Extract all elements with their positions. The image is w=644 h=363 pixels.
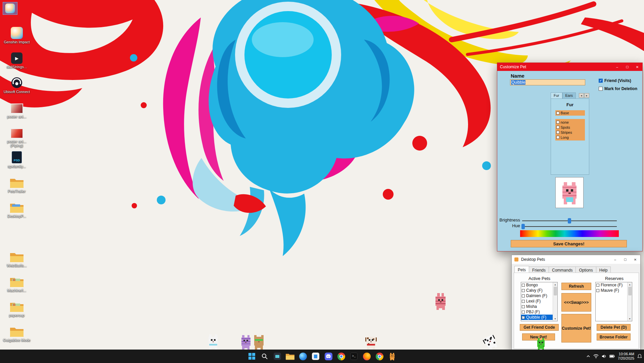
close-button[interactable] — [630, 255, 640, 264]
desktop-pet-spotted-dog[interactable] — [365, 333, 377, 351]
scroll-thumb[interactable] — [554, 287, 557, 295]
reserves-list[interactable]: Florence (F)Mauve (F) — [595, 282, 632, 321]
checkbox-box[interactable] — [599, 87, 603, 91]
desktop-icon-petstrailer[interactable]: PetsTrailer — [1, 175, 32, 200]
fur-option-spots[interactable]: Spots — [556, 125, 584, 130]
desktop-icon-ubisoft-connect[interactable]: Ubisoft Connect — [1, 76, 32, 100]
store-icon[interactable] — [310, 351, 321, 362]
checkbox-box[interactable] — [522, 294, 525, 297]
desktop-icon-desktopp[interactable]: DesktopP... — [1, 200, 32, 225]
scroll-thumb[interactable] — [628, 287, 632, 295]
desktop-pet-white-cat[interactable] — [207, 333, 220, 351]
customize-pet-titlebar[interactable]: Customize Pet — [497, 63, 642, 71]
save-changes-button[interactable]: Save Changes! — [511, 240, 627, 247]
desktop-pet-pink-bunny[interactable] — [434, 293, 447, 311]
desktop-icon-poster-ani-piping[interactable]: poster ani... (Piping) — [1, 126, 32, 150]
task-view-icon[interactable] — [272, 351, 283, 362]
checkbox-box[interactable] — [556, 131, 559, 134]
tab-scroll-right-icon[interactable] — [584, 93, 589, 98]
tab-scroll-left-icon[interactable] — [579, 93, 584, 98]
active-pet-lexii-f[interactable]: Lexii (F) — [521, 298, 553, 304]
start-icon[interactable] — [246, 351, 258, 362]
reserve-pet-mauve-f[interactable]: Mauve (F) — [596, 288, 627, 293]
tab-fur[interactable]: Fur — [551, 92, 562, 98]
scroll-down-icon[interactable] — [628, 317, 632, 321]
taskbar-clock[interactable]: 10:06 AM 7/20/2025 — [618, 352, 634, 361]
desktop-icon-papercup[interactable]: papercup — [1, 299, 32, 324]
maximize-button[interactable] — [622, 63, 632, 71]
checkbox-box[interactable] — [522, 316, 525, 319]
tab-ears[interactable]: Ears — [562, 92, 576, 98]
discord-icon[interactable] — [323, 351, 334, 362]
mark-for-deletion-checkbox[interactable]: Mark for Deletion — [599, 86, 637, 91]
checkbox-box[interactable] — [556, 121, 559, 124]
desktop-icon-machine-i[interactable]: Machine/I... — [1, 275, 32, 299]
battery-icon[interactable] — [609, 355, 615, 358]
desktop-icon-dalistrings[interactable]: ▶daliStrings... — [1, 51, 32, 75]
reserve-pet-florence-f[interactable]: Florence (F) — [596, 282, 627, 288]
hue-slider[interactable] — [522, 224, 617, 229]
desktop-pet-brown-bear[interactable] — [252, 333, 265, 351]
checkbox-box[interactable] — [556, 126, 559, 129]
desktop-icon-genshin-impact[interactable]: Genshin Impact — [1, 26, 32, 50]
active-pets-list[interactable]: BongoCalvy (F)Dalmien (F)Lexii (F)MishaP… — [521, 282, 558, 321]
checkbox-box[interactable] — [522, 300, 525, 303]
fur-option-long[interactable]: Long — [556, 135, 584, 140]
firefox-icon[interactable] — [361, 351, 372, 362]
delete-pet-button[interactable]: Delete Pet (D) — [597, 324, 631, 331]
edge-icon[interactable] — [297, 351, 309, 362]
desktop-icon-webstuffs[interactable]: WebStuffs... — [1, 250, 32, 274]
customize-pet-button[interactable]: Customize Pet! — [561, 314, 591, 342]
refresh-button[interactable]: Refresh — [561, 283, 591, 290]
checkbox-box[interactable] — [522, 284, 525, 287]
scrollbar[interactable] — [627, 282, 632, 321]
brightness-slider[interactable] — [522, 218, 617, 224]
fur-option-base[interactable]: Base — [555, 110, 585, 116]
desktop-icon-spxfamily[interactable]: PSDspxfamily... — [1, 151, 32, 175]
active-pet-pbj-f[interactable]: PBJ (F) — [521, 309, 553, 315]
browse-folder-button[interactable]: Browse Folder — [597, 333, 631, 340]
notification-bell-icon[interactable] — [637, 354, 642, 359]
desktop-icon-poster-ani[interactable]: poster ani... — [1, 101, 32, 125]
slider-thumb[interactable] — [521, 224, 525, 229]
selected-desktop-icon[interactable] — [3, 2, 17, 15]
close-button[interactable] — [632, 63, 642, 71]
scrollbar[interactable] — [553, 282, 557, 321]
volume-icon[interactable] — [602, 354, 606, 358]
checkbox-box[interactable] — [596, 289, 599, 292]
active-pet-quibble-f[interactable]: Quibble (F) — [521, 315, 553, 320]
friend-visits-checkbox[interactable]: Friend (Visits) — [599, 78, 631, 83]
minimize-button[interactable] — [610, 255, 620, 264]
chevron-up-icon[interactable] — [586, 354, 590, 358]
active-pet-calvy-f[interactable]: Calvy (F) — [521, 288, 553, 293]
checkbox-box[interactable] — [556, 112, 559, 115]
fur-option-stripes[interactable]: Stripes — [556, 130, 584, 135]
desktop-pet-purple-cat[interactable] — [240, 334, 252, 351]
checkbox-box[interactable] — [522, 311, 525, 314]
terminal-icon[interactable]: >_ — [348, 351, 360, 362]
get-friend-code-button[interactable]: Get Friend Code — [520, 324, 559, 331]
active-pet-dalmien-f[interactable]: Dalmien (F) — [521, 293, 553, 298]
slider-thumb[interactable] — [568, 218, 571, 224]
pets-app-icon[interactable] — [386, 351, 398, 362]
scroll-up-icon[interactable] — [628, 282, 632, 287]
swap-button[interactable]: <<<Swap>>> — [561, 293, 591, 312]
checkbox-box[interactable] — [596, 284, 599, 287]
search-icon[interactable] — [259, 351, 270, 362]
checkbox-box[interactable] — [556, 136, 559, 139]
scroll-down-icon[interactable] — [553, 317, 558, 321]
file-explorer-icon[interactable] — [284, 351, 296, 362]
chrome-2-icon[interactable] — [374, 351, 385, 362]
scroll-up-icon[interactable] — [553, 282, 558, 287]
desktop-pets-titlebar[interactable]: Desktop Pets — [512, 255, 640, 264]
active-pet-misha[interactable]: Misha — [521, 304, 553, 309]
minimize-button[interactable] — [612, 63, 622, 71]
maximize-button[interactable] — [620, 255, 630, 264]
chrome-icon[interactable] — [335, 351, 347, 362]
checkbox-box[interactable] — [522, 289, 525, 292]
wifi-icon[interactable] — [593, 354, 599, 358]
checkbox-box[interactable] — [522, 305, 525, 308]
active-pet-bongo[interactable]: Bongo — [521, 282, 553, 288]
desktop-icon-outgabloo-mode[interactable]: Outgabloo Mode — [1, 324, 32, 349]
fur-option-none[interactable]: none — [556, 120, 584, 125]
